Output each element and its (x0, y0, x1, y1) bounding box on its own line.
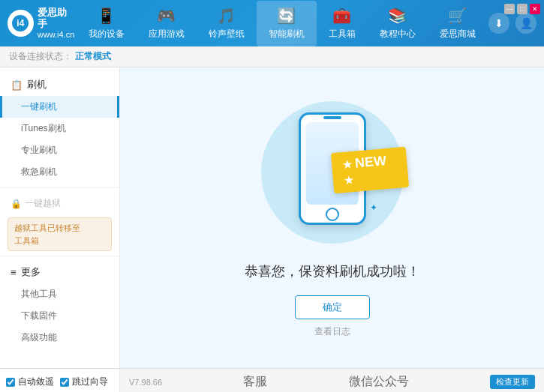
pro-flash-label: 专业刷机 (21, 145, 57, 155)
secondary-link[interactable]: 查看日志 (314, 325, 350, 338)
sidebar-item-pro-flash[interactable]: 专业刷机 (0, 139, 119, 161)
logo-text: 爱思助手 www.i4.cn (38, 7, 75, 40)
bottom-top-right: V7.98.66 客服 微信公众号 检查更新 (120, 369, 544, 392)
nav-apps-games-label: 应用游戏 (149, 28, 185, 40)
phone-home-btn (326, 208, 339, 221)
new-ribbon: NEW (330, 147, 408, 194)
flash-section-icon: 📋 (11, 79, 23, 91)
phone-speaker (323, 116, 341, 119)
phone-illustration: ✦ ✦ ✦ NEW (257, 97, 407, 247)
nav-tutorials[interactable]: 📚 教程中心 (368, 1, 428, 46)
nav-toolbox-label: 工具箱 (329, 28, 356, 40)
status-value: 正常模式 (75, 50, 111, 63)
more-section-label: 更多 (21, 265, 41, 279)
itunes-flash-label: iTunes刷机 (21, 123, 66, 133)
minimize-button[interactable]: — (504, 4, 515, 14)
tutorials-icon: 📚 (388, 7, 407, 25)
status-bar: 设备连接状态： 正常模式 (0, 46, 544, 67)
sidebar-item-save-flash[interactable]: 救急刷机 (0, 161, 119, 183)
sparkle-3: ✦ (370, 202, 377, 213)
toolbox-icon: 🧰 (332, 7, 351, 25)
success-text: 恭喜您，保资料刷机成功啦！ (245, 262, 420, 280)
nav-toolbox[interactable]: 🧰 工具箱 (317, 1, 368, 46)
sidebar-item-one-key-flash[interactable]: 一键刷机 (0, 96, 119, 118)
nav-ringtones[interactable]: 🎵 铃声壁纸 (197, 1, 257, 46)
nav-store[interactable]: 🛒 爱思商城 (428, 1, 488, 46)
sidebar: 📋 刷机 一键刷机 iTunes刷机 专业刷机 救急刷机 🔒 一键越狱 越狱工具… (0, 67, 120, 368)
one-key-flash-label: 一键刷机 (21, 101, 57, 112)
content-area: ✦ ✦ ✦ NEW 恭喜您，保资料刷机成功啦！ 确定 查看日志 (120, 67, 544, 368)
advanced-label: 高级功能 (21, 332, 57, 343)
top-right-actions: ⬇ 👤 (488, 13, 544, 34)
my-device-icon: 📱 (97, 7, 116, 25)
download-firmware-label: 下载固件 (21, 310, 57, 321)
main-layout: 📋 刷机 一键刷机 iTunes刷机 专业刷机 救急刷机 🔒 一键越狱 越狱工具… (0, 67, 544, 368)
save-flash-label: 救急刷机 (21, 166, 57, 177)
logo-symbol: i4 (12, 15, 29, 31)
close-button[interactable]: ✕ (530, 4, 540, 14)
nav-ringtones-label: 铃声壁纸 (209, 28, 245, 40)
sidebar-item-download-firmware[interactable]: 下载固件 (0, 305, 119, 327)
logo-circle: i4 (8, 10, 34, 37)
more-section-icon: ≡ (11, 267, 17, 278)
skip-wizard-label: 跳过向导 (72, 376, 108, 388)
sidebar-item-advanced[interactable]: 高级功能 (0, 327, 119, 349)
logo-area: i4 爱思助手 www.i4.cn (0, 7, 75, 40)
lock-icon: 🔒 (11, 199, 22, 209)
app-name: 爱思助手 (38, 7, 75, 30)
checkbox-auto-connect[interactable]: 自动敛遥 (6, 376, 54, 388)
download-button[interactable]: ⬇ (488, 13, 509, 34)
nav-tutorials-label: 教程中心 (380, 28, 416, 40)
apps-games-icon: 🎮 (157, 7, 176, 25)
top-bar: — □ ✕ i4 爱思助手 www.i4.cn 📱 我的设备 🎮 应用游戏 🎵 … (0, 0, 544, 46)
sidebar-divider-2 (0, 256, 119, 256)
full-bottom: 自动敛遥 跳过向导 V7.98.66 客服 微信公众号 检查更新 📱 iPhon… (0, 368, 544, 392)
confirm-button[interactable]: 确定 (295, 295, 370, 319)
nav-my-device-label: 我的设备 (89, 28, 125, 40)
store-icon: 🛒 (448, 7, 467, 25)
skip-wizard-checkbox[interactable] (60, 378, 69, 387)
auto-connect-checkbox[interactable] (6, 378, 15, 387)
sidebar-item-itunes-flash[interactable]: iTunes刷机 (0, 118, 119, 139)
smart-flash-icon: 🔄 (277, 7, 296, 25)
account-button[interactable]: 👤 (515, 13, 536, 34)
nav-my-device[interactable]: 📱 我的设备 (77, 1, 137, 46)
status-label: 设备连接状态： (9, 50, 72, 63)
nav-items: 📱 我的设备 🎮 应用游戏 🎵 铃声壁纸 🔄 智能刷机 🧰 工具箱 📚 教程中心… (75, 1, 488, 46)
checkbox-skip-wizard[interactable]: 跳过向导 (60, 376, 108, 388)
nav-store-label: 爱思商城 (440, 28, 476, 40)
ringtones-icon: 🎵 (217, 7, 236, 25)
customer-service-link[interactable]: 客服 (243, 374, 267, 390)
bottom-top-row: 自动敛遥 跳过向导 V7.98.66 客服 微信公众号 检查更新 (0, 368, 544, 392)
sidebar-section-flash: 📋 刷机 (0, 73, 119, 96)
wechat-link[interactable]: 微信公众号 (349, 374, 409, 390)
window-controls: — □ ✕ (504, 4, 540, 14)
jailbreak-label: 一键越狱 (25, 197, 61, 210)
maximize-button[interactable]: □ (517, 4, 527, 14)
sidebar-divider-1 (0, 187, 119, 188)
sidebar-item-other-tools[interactable]: 其他工具 (0, 283, 119, 305)
other-tools-label: 其他工具 (21, 289, 57, 299)
check-update-button[interactable]: 检查更新 (490, 375, 535, 389)
auto-connect-label: 自动敛遥 (18, 376, 54, 388)
sidebar-section-more: ≡ 更多 (0, 261, 119, 283)
nav-apps-games[interactable]: 🎮 应用游戏 (137, 1, 197, 46)
flash-section-label: 刷机 (27, 78, 47, 91)
bottom-checkbox-area: 自动敛遥 跳过向导 (0, 369, 120, 392)
sidebar-notice: 越狱工具已转移至工具箱 (8, 217, 112, 251)
app-url: www.i4.cn (38, 30, 75, 40)
sidebar-disabled-jailbreak: 🔒 一键越狱 (0, 193, 119, 214)
version-text: V7.98.66 (129, 378, 162, 387)
nav-smart-flash-label: 智能刷机 (269, 28, 305, 40)
nav-smart-flash[interactable]: 🔄 智能刷机 (257, 1, 317, 46)
